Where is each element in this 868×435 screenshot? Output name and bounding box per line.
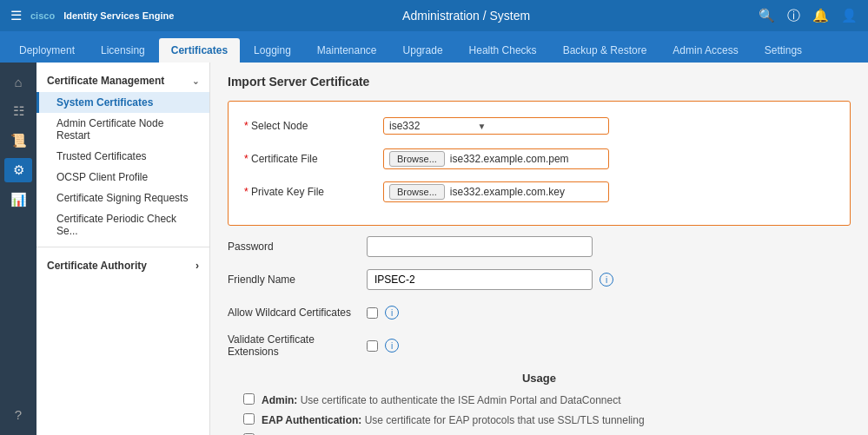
cert-file-row: Certificate File Browse... ise332.exampl…: [244, 147, 834, 171]
context-icon[interactable]: ☷: [4, 99, 32, 123]
top-nav-left: ☰ cisco Identity Services Engine: [10, 8, 174, 23]
password-input[interactable]: [367, 236, 593, 257]
tab-maintenance[interactable]: Maintenance: [305, 38, 389, 63]
page-title: Administration / System: [402, 9, 530, 23]
tab-logging[interactable]: Logging: [242, 38, 303, 63]
cert-management-section[interactable]: Certificate Management ⌄: [36, 69, 209, 92]
usage-eap-text: EAP Authentication: Use certificate for …: [262, 413, 645, 428]
nav-trusted-certificates[interactable]: Trusted Certificates: [36, 146, 209, 167]
user-icon[interactable]: 👤: [841, 8, 858, 23]
bell-icon[interactable]: 🔔: [812, 8, 829, 23]
usage-eap: EAP Authentication: Use certificate for …: [243, 413, 835, 428]
usage-admin-text: Admin: Use certificate to authenticate t…: [262, 393, 621, 408]
friendly-name-field-group: i: [367, 269, 613, 290]
friendly-name-input[interactable]: [367, 269, 593, 290]
nav-cert-periodic-check[interactable]: Certificate Periodic Check Se...: [36, 208, 209, 241]
validate-extensions-row: Validate Certificate Extensions i: [228, 333, 851, 358]
usage-title: Usage: [243, 372, 835, 385]
nav-cert-signing-requests[interactable]: Certificate Signing Requests: [36, 188, 209, 208]
select-node-label: Select Node: [244, 120, 383, 132]
usage-section: Usage Admin: Use certificate to authenti…: [228, 366, 851, 435]
tab-settings[interactable]: Settings: [752, 38, 814, 63]
allow-wildcard-row: Allow Wildcard Certificates i: [228, 300, 851, 325]
private-key-file-name: ise332.example.com.key: [450, 186, 565, 198]
cert-file-field: Browse... ise332.example.com.pem: [383, 148, 609, 169]
tab-backup-restore[interactable]: Backup & Restore: [551, 38, 659, 63]
password-row: Password: [228, 234, 851, 259]
question-icon[interactable]: ?: [4, 402, 32, 426]
allow-wildcard-checkbox-group: i: [367, 306, 399, 320]
app-name: Identity Services Engine: [63, 10, 174, 21]
cert-management-label: Certificate Management: [47, 75, 164, 87]
cert-file-browse-button[interactable]: Browse...: [389, 151, 445, 167]
required-fields-section: Select Node ise332 ▼ Certificate File Br…: [228, 101, 851, 226]
menu-icon[interactable]: ☰: [10, 8, 22, 23]
main-layout: ⌂ ☷ 📜 ⚙ 📊 ? Certificate Management ⌄ Sys…: [0, 63, 868, 435]
cert-file-label: Certificate File: [244, 153, 383, 165]
validate-extensions-checkbox[interactable]: [367, 340, 378, 352]
tab-upgrade[interactable]: Upgrade: [391, 38, 455, 63]
admin-icon[interactable]: ⚙: [4, 158, 32, 182]
allow-wildcard-info-icon[interactable]: i: [385, 306, 399, 320]
left-panel: Certificate Management ⌄ System Certific…: [36, 63, 210, 435]
nav-admin-cert-node-restart[interactable]: Admin Certificate Node Restart: [36, 113, 209, 146]
nav-ocsp-client-profile[interactable]: OCSP Client Profile: [36, 167, 209, 188]
cisco-logo: cisco: [30, 10, 55, 21]
password-label: Password: [228, 241, 367, 253]
select-node-value: ise332: [389, 120, 420, 132]
help-icon[interactable]: ⓘ: [787, 8, 800, 24]
second-nav: Deployment Licensing Certificates Loggin…: [0, 31, 868, 63]
validate-extensions-label: Validate Certificate Extensions: [228, 333, 367, 358]
usage-eap-checkbox[interactable]: [243, 413, 255, 425]
private-key-field: Browse... ise332.example.com.key: [383, 181, 609, 202]
friendly-name-row: Friendly Name i: [228, 267, 851, 292]
main-content: Import Server Certificate Select Node is…: [210, 63, 868, 435]
cert-file-name: ise332.example.com.pem: [450, 153, 569, 165]
sidebar-icons: ⌂ ☷ 📜 ⚙ 📊 ?: [0, 63, 36, 435]
private-key-browse-button[interactable]: Browse...: [389, 184, 445, 200]
tab-certificates[interactable]: Certificates: [159, 38, 240, 63]
top-nav-right: 🔍 ⓘ 🔔 👤: [759, 8, 858, 24]
tab-health-checks[interactable]: Health Checks: [457, 38, 549, 63]
policy-icon[interactable]: 📜: [4, 129, 32, 153]
tab-licensing[interactable]: Licensing: [89, 38, 157, 63]
top-nav: ☰ cisco Identity Services Engine Adminis…: [0, 0, 868, 31]
usage-admin-checkbox[interactable]: [243, 393, 255, 405]
nav-system-certificates[interactable]: System Certificates: [36, 92, 209, 113]
select-node-field[interactable]: ise332 ▼: [383, 117, 609, 135]
usage-admin: Admin: Use certificate to authenticate t…: [243, 393, 835, 408]
allow-wildcard-checkbox[interactable]: [367, 307, 378, 319]
private-key-label: Private Key File: [244, 186, 383, 198]
allow-wildcard-label: Allow Wildcard Certificates: [228, 306, 367, 319]
private-key-row: Private Key File Browse... ise332.exampl…: [244, 180, 834, 204]
validate-extensions-info-icon[interactable]: i: [385, 339, 399, 353]
tab-deployment[interactable]: Deployment: [7, 38, 87, 63]
friendly-name-label: Friendly Name: [228, 274, 367, 286]
validate-extensions-checkbox-group: i: [367, 339, 399, 353]
tab-admin-access[interactable]: Admin Access: [660, 38, 750, 63]
page-title: Import Server Certificate: [228, 75, 851, 89]
reports-icon[interactable]: 📊: [4, 188, 32, 212]
chevron-down-icon: ⌄: [192, 76, 199, 86]
select-node-row: Select Node ise332 ▼: [244, 114, 834, 138]
cert-authority-section[interactable]: Certificate Authority ›: [36, 253, 209, 279]
chevron-right-icon: ›: [195, 260, 199, 272]
select-node-arrow: ▼: [477, 122, 486, 131]
friendly-name-info-icon[interactable]: i: [600, 273, 613, 287]
cert-authority-label: Certificate Authority: [47, 260, 147, 272]
home-icon[interactable]: ⌂: [4, 69, 32, 94]
search-icon[interactable]: 🔍: [759, 8, 775, 23]
